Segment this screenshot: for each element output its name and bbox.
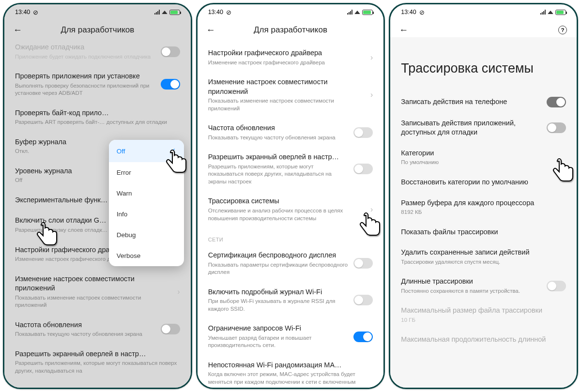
list-item[interactable]: Непостоянная Wi-Fi рандомизация MA… Когд… (198, 355, 384, 388)
list-item[interactable]: Максимальная продолжительность длинной (390, 330, 577, 350)
header: ← Для разработчиков (198, 20, 384, 43)
popup-option[interactable]: Warn (109, 183, 184, 204)
battery-icon (169, 10, 180, 15)
popup-option[interactable]: Error (109, 162, 184, 183)
toggle[interactable] (353, 332, 373, 342)
log-level-popup: Off ✓ Error Warn Info Debug Verbose (109, 140, 184, 266)
list-item[interactable]: Ограничение запросов Wi-Fi Уменьшает раз… (198, 318, 384, 355)
chevron-right-icon: › (370, 205, 373, 214)
chevron-right-icon: › (177, 287, 180, 296)
list-item[interactable]: Показать файлы трассировки (390, 222, 577, 243)
back-button[interactable]: ← (206, 25, 217, 35)
header-title: Для разработчиков (31, 25, 165, 35)
popup-option[interactable]: Info (109, 204, 184, 225)
popup-option-off[interactable]: Off ✓ (109, 140, 184, 162)
toggle[interactable] (353, 258, 373, 269)
status-bar: 13:40 ⊘ (390, 4, 577, 20)
toggle[interactable] (547, 122, 566, 133)
phone-2: 13:40 ⊘ ← Для разработчиков Настройки гр… (196, 3, 385, 389)
chevron-right-icon: › (370, 53, 373, 62)
phone-3: 13:40 ⊘ ← ? Трассировка системы Записать… (389, 3, 578, 389)
clock: 13:40 (401, 9, 416, 15)
chevron-right-icon: › (370, 90, 373, 99)
toggle[interactable] (547, 97, 566, 107)
list-item[interactable]: Длинные трассировки Постоянно сохраняютс… (390, 271, 577, 301)
signal-icon (154, 10, 160, 15)
list-item[interactable]: Максимальный размер файла трассировки 10… (390, 301, 577, 330)
battery-icon (555, 10, 566, 15)
back-button[interactable]: ← (13, 25, 24, 35)
back-button[interactable]: ← (399, 25, 410, 35)
list-item[interactable]: Изменение настроек совместимости приложе… (4, 269, 191, 315)
list-item[interactable]: Разрешить экранный оверлей в настр… Разр… (198, 147, 384, 191)
toggle[interactable] (161, 324, 180, 334)
list-item[interactable]: Изменение настроек совместимости приложе… (198, 72, 384, 118)
battery-icon (362, 10, 373, 15)
page-title: Трассировка системы (390, 37, 577, 91)
toggle[interactable] (161, 46, 180, 57)
list-item[interactable]: Ожидание отладчика Приложение будет ожид… (4, 43, 191, 66)
list-item-trace[interactable]: Трассировка системы Отслеживание и анали… (198, 191, 384, 228)
popup-option[interactable]: Verbose (109, 245, 184, 266)
list-item[interactable]: Восстановить категории по умолчанию (390, 172, 577, 193)
clock: 13:40 (15, 9, 30, 15)
list-item[interactable]: Сертификация беспроводного дисплея Показ… (198, 245, 384, 282)
toggle[interactable] (547, 281, 566, 291)
dnd-icon: ⊘ (33, 9, 38, 16)
list-item[interactable]: Удалить сохраненные записи действий Трас… (390, 242, 577, 271)
list-item[interactable]: Проверять байт-код прило… Разрешить ART … (4, 103, 191, 132)
list-item[interactable]: Частота обновления Показывать текущую ча… (4, 315, 191, 344)
list-item[interactable]: Записать действия на телефоне (390, 91, 577, 113)
list-item[interactable]: Записывать действия приложений, доступны… (390, 113, 577, 143)
list-item[interactable]: Категории По умолчанию (390, 143, 577, 172)
toggle[interactable] (353, 164, 373, 174)
clock: 13:40 (208, 9, 223, 15)
list-item[interactable]: Разрешить экранный оверлей в настр… Разр… (4, 344, 191, 381)
list-item[interactable]: Размер буфера для каждого процессора 819… (390, 193, 577, 222)
section-label: СЕТИ (198, 228, 384, 245)
list-item[interactable]: Проверять приложения при установке Выпол… (4, 66, 191, 103)
toggle[interactable] (161, 79, 180, 90)
help-icon[interactable]: ? (558, 26, 567, 34)
wifi-icon (548, 10, 553, 14)
header: ← ? (390, 20, 577, 37)
toggle[interactable] (353, 295, 373, 305)
signal-icon (347, 10, 352, 15)
signal-icon (540, 10, 546, 15)
header: ← Для разработчиков (4, 20, 191, 43)
phone-1: 13:40 ⊘ ← Для разработчиков Ожидание отл… (3, 3, 192, 389)
list-item[interactable]: Частота обновления Показывать текущую ча… (198, 118, 384, 147)
check-icon: ✓ (170, 147, 176, 155)
wifi-icon (354, 10, 360, 14)
status-bar: 13:40 ⊘ (198, 4, 384, 20)
dnd-icon: ⊘ (419, 9, 425, 16)
toggle[interactable] (353, 127, 373, 138)
wifi-icon (162, 10, 168, 14)
popup-option[interactable]: Debug (109, 225, 184, 245)
header-title: Для разработчиков (224, 25, 358, 35)
list-item[interactable]: Настройки графического драйвера Изменени… (198, 43, 384, 72)
dnd-icon: ⊘ (226, 9, 231, 16)
list-item[interactable]: Включить подробный журнал Wi-Fi При выбо… (198, 282, 384, 319)
status-bar: 13:40 ⊘ (4, 4, 191, 20)
